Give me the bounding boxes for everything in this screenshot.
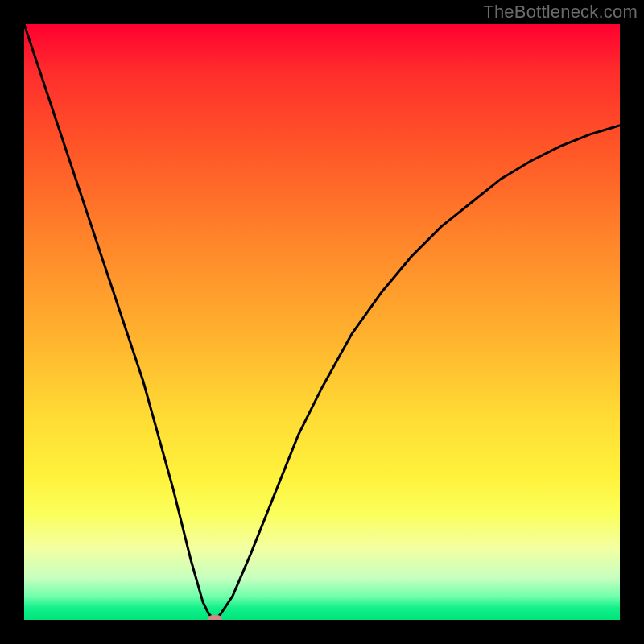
bottleneck-curve xyxy=(24,24,620,620)
curve-path xyxy=(24,24,620,620)
chart-plot-area xyxy=(24,24,620,620)
watermark-text: TheBottleneck.com xyxy=(483,2,638,23)
optimum-marker xyxy=(208,615,222,620)
